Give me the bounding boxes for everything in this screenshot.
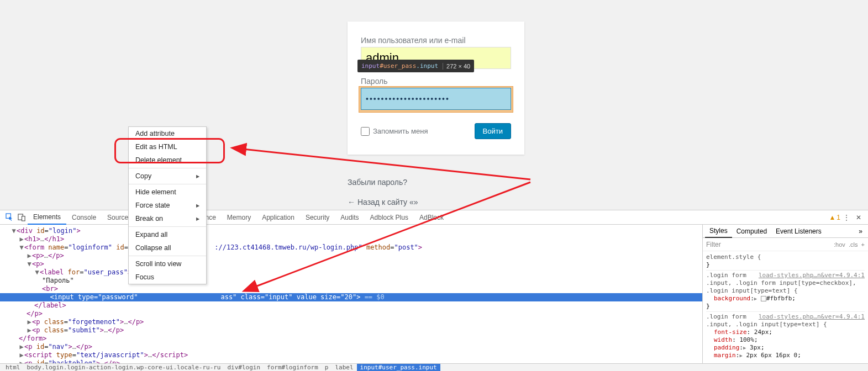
- login-form-card: Имя пользователя или e-mail input#user_p…: [348, 22, 524, 155]
- elements-dom-tree[interactable]: ▼<div id="login"> ▶<h1>…</h1> ▼<form nam…: [0, 225, 702, 363]
- login-submit-button[interactable]: Войти: [475, 123, 511, 139]
- breadcrumb-item[interactable]: div#login: [224, 364, 264, 371]
- breadcrumb-item[interactable]: form#loginform: [264, 364, 322, 371]
- password-input[interactable]: [361, 88, 511, 110]
- devtools-menu-icon[interactable]: ⋮: [840, 211, 853, 224]
- ctx-add-attribute[interactable]: Add attribute: [129, 127, 206, 140]
- ctx-force-state[interactable]: Force state: [129, 199, 206, 212]
- devtools-tab-audits[interactable]: Audits: [335, 210, 364, 225]
- styles-more-tabs[interactable]: »: [855, 227, 866, 235]
- device-toolbar-icon[interactable]: [15, 211, 28, 224]
- ctx-scroll-into-view[interactable]: Scroll into view: [129, 257, 206, 271]
- event-listeners-tab[interactable]: Event Listeners: [771, 225, 826, 238]
- devtools-tab-console[interactable]: Console: [66, 210, 102, 225]
- devtools-tab-security[interactable]: Security: [300, 210, 335, 225]
- breadcrumb-item[interactable]: html: [2, 364, 24, 371]
- devtools-tab-adblock[interactable]: AdBlock: [414, 210, 449, 225]
- devtools-tab-memory[interactable]: Memory: [222, 210, 256, 225]
- styles-filter-label[interactable]: Filter: [706, 241, 721, 248]
- remember-label: Запомнить меня: [373, 127, 428, 135]
- remember-me[interactable]: Запомнить меня: [361, 127, 428, 136]
- ctx-hide-element[interactable]: Hide element: [129, 186, 206, 199]
- devtools-close-icon[interactable]: ✕: [853, 211, 865, 224]
- ctx-expand-all[interactable]: Expand all: [129, 228, 206, 241]
- ctx-delete-element[interactable]: Delete element: [129, 153, 206, 167]
- remember-checkbox[interactable]: [361, 127, 370, 136]
- username-label: Имя пользователя или e-mail: [361, 36, 511, 45]
- dom-breadcrumb-bar[interactable]: htmlbody.login.login-action-login.wp-cor…: [0, 363, 868, 371]
- ctx-focus[interactable]: Focus: [129, 271, 206, 284]
- devtools-tab-adblock-plus[interactable]: Adblock Plus: [365, 210, 414, 225]
- devtools-context-menu[interactable]: Add attributeEdit as HTMLDelete elementC…: [128, 126, 207, 284]
- styles-pane: Styles Computed Event Listeners » Filter…: [702, 225, 868, 363]
- styles-rules-list[interactable]: element.style { } .login formload-styles…: [703, 251, 868, 363]
- selected-dom-node[interactable]: <input type="password"ass" class="input"…: [0, 293, 702, 301]
- computed-tab[interactable]: Computed: [732, 225, 771, 238]
- breadcrumb-item[interactable]: body.login.login-action-login.wp-core-ui…: [24, 364, 224, 371]
- add-rule-icon[interactable]: +: [861, 241, 865, 248]
- password-label: Пароль: [361, 77, 511, 86]
- ctx-edit-as-html[interactable]: Edit as HTML: [129, 140, 206, 153]
- password-wrap: input#user_pass.input 272 × 40 Пароль: [361, 77, 511, 118]
- styles-pane-tabs: Styles Computed Event Listeners »: [703, 225, 868, 238]
- ctx-copy[interactable]: Copy: [129, 169, 206, 183]
- breadcrumb-item[interactable]: input#user_pass.input: [357, 364, 440, 371]
- breadcrumb-item[interactable]: p: [322, 364, 332, 371]
- styles-tab[interactable]: Styles: [705, 225, 732, 238]
- warnings-badge[interactable]: ▲1: [829, 214, 840, 221]
- hov-toggle[interactable]: :hov: [834, 241, 845, 248]
- ctx-break-on[interactable]: Break on: [129, 212, 206, 225]
- breadcrumb-item[interactable]: label: [332, 364, 356, 371]
- inspector-tooltip: input#user_pass.input 272 × 40: [357, 60, 474, 72]
- inspect-element-icon[interactable]: [3, 211, 15, 224]
- svg-rect-4: [22, 216, 25, 221]
- devtools-tab-application[interactable]: Application: [256, 210, 300, 225]
- ctx-collapse-all[interactable]: Collapse all: [129, 241, 206, 255]
- forgot-password-link[interactable]: Забыли пароль?: [348, 178, 407, 187]
- cls-toggle[interactable]: .cls: [849, 241, 858, 248]
- back-to-site-link[interactable]: ← Назад к сайту «»: [348, 198, 418, 206]
- devtools-tab-elements[interactable]: Elements: [28, 210, 66, 225]
